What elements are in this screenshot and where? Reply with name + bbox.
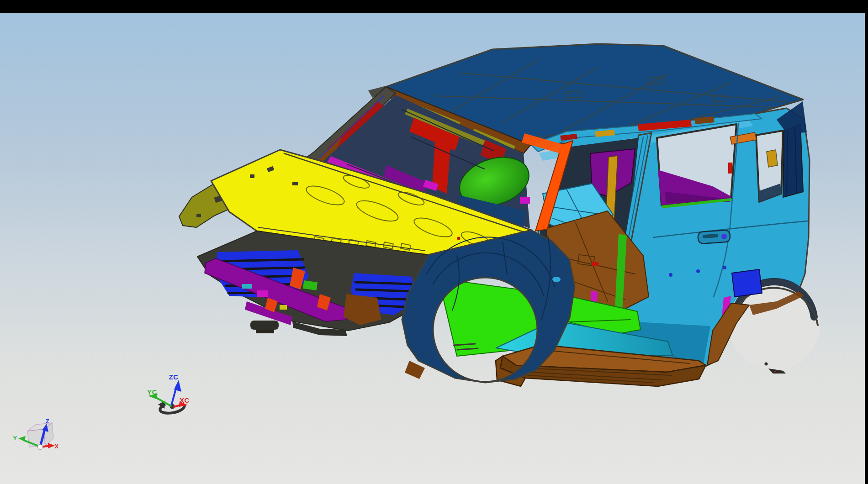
wcs-x-label: XC <box>180 396 190 404</box>
front-cyan-bit <box>242 284 252 289</box>
rear-door-handle[interactable] <box>698 230 730 244</box>
app-window: ZC YC XC Z <box>0 0 868 484</box>
quarter-window-gold-bracket[interactable] <box>767 150 778 167</box>
abs-z-label: Z <box>46 418 49 425</box>
fender-cyan-oval <box>552 277 561 282</box>
abs-x-label: X <box>54 443 58 450</box>
tow-hook-step <box>256 330 274 333</box>
arch-blue-box[interactable] <box>732 269 762 297</box>
wcs-z-label: ZC <box>169 373 179 381</box>
d-pillar-inner[interactable] <box>783 124 803 197</box>
floor-red-speck <box>592 262 598 266</box>
front-yellow-bit <box>280 305 287 310</box>
viewport-3d[interactable]: ZC YC XC Z <box>0 13 865 484</box>
csys-origin-sphere <box>38 445 43 450</box>
model-canvas: ZC YC XC Z <box>0 13 865 484</box>
ws-magenta-bit2 <box>520 197 530 204</box>
hood-red-dot <box>457 237 460 240</box>
debris-red-speck <box>774 371 776 372</box>
window-red-bracket <box>728 163 732 174</box>
tow-hook <box>250 321 279 330</box>
csys-origin-highlight <box>38 445 40 447</box>
wcs-y-label: YC <box>147 388 157 396</box>
front-magenta-bit <box>257 290 268 297</box>
abs-y-label: Y <box>13 435 17 442</box>
